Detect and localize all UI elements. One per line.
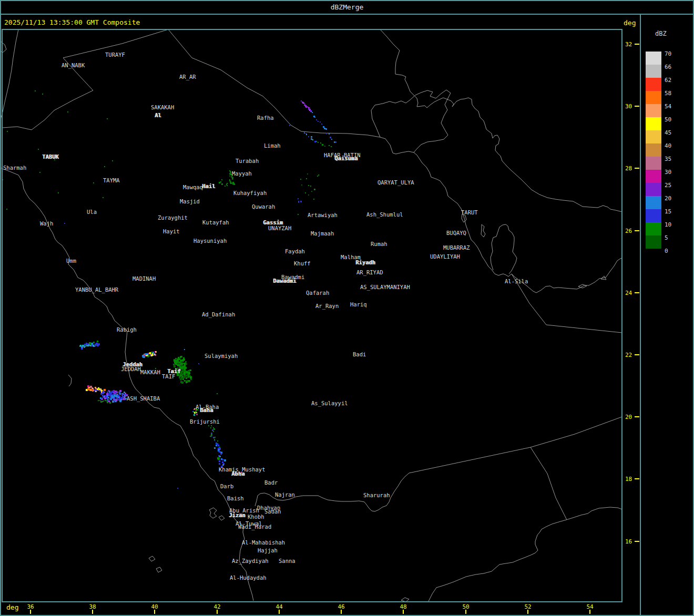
legend-value-label: 50 — [665, 116, 671, 123]
echo-second-trail-green — [320, 142, 321, 143]
city-label-brijurshi: Brijurshi — [190, 419, 220, 424]
lat-axis-unit-label: deg — [624, 19, 636, 27]
lat-tick-label: 20 — [625, 414, 632, 420]
legend-color-block-5 — [646, 235, 661, 249]
city-label-as_sulaymaniyah: AS_SULAYMANIYAH — [360, 284, 410, 290]
echo-taif-blob-north — [175, 362, 177, 364]
echo-second-trail-green — [324, 146, 325, 147]
echo-taif-blob-south — [183, 372, 186, 374]
lat-tick-label: 22 — [625, 352, 632, 358]
echo-asir-trail-north — [211, 425, 212, 426]
echo-dot — [6, 209, 7, 210]
border-uae-islet — [578, 284, 587, 288]
echo-shaiba-blob — [118, 395, 119, 396]
echo-asir-trail-south — [219, 456, 221, 457]
legend-value-label: 5 — [665, 234, 668, 241]
border-uae-saudi-border — [512, 274, 622, 333]
echo-shaiba-blob — [124, 395, 126, 396]
city-label-wajh: Wajh — [40, 221, 53, 226]
echo-jeddah-streak — [97, 341, 98, 342]
echo-dot — [35, 90, 36, 91]
city-label-mubarraz: MUBARRAZ — [443, 245, 470, 250]
echo-shaiba-green-fringe — [106, 400, 107, 401]
legend-value-label: 30 — [665, 169, 671, 176]
echo-taif-blob-north — [178, 363, 179, 364]
echo-makkah-streak — [155, 354, 156, 356]
city-label-sharmah: Sharmah — [3, 165, 26, 170]
echo-taif-blob-north — [183, 357, 185, 359]
echo-dot — [93, 182, 94, 183]
echo-shaiba-bright-streak — [104, 389, 106, 391]
legend-color-block-20 — [646, 196, 661, 209]
echo-taif-blob-south — [190, 376, 192, 378]
map-viewport[interactable] — [2, 29, 622, 602]
echo-hafar-green-scatter — [308, 185, 309, 186]
legend-color-block-45 — [646, 130, 661, 143]
city-label-turabah: Turabah — [236, 158, 259, 163]
echo-dot — [221, 179, 222, 180]
echo-hafar-green-scatter — [308, 194, 309, 196]
legend-color-block-70 — [646, 52, 661, 65]
lat-tick-mark — [635, 541, 639, 542]
echo-shaiba-blob — [120, 399, 122, 401]
city-label-umm: Umm — [66, 258, 76, 263]
echo-dot — [184, 349, 185, 350]
legend-color-block-35 — [646, 157, 661, 170]
city-label-hariq: Hariq — [350, 302, 367, 307]
window-border — [0, 0, 694, 616]
echo-shaiba-blob — [113, 396, 115, 398]
city-label-kutayfah: Kutayfah — [202, 220, 229, 225]
border-jordan-border — [3, 29, 168, 130]
city-label-ash_shumlul: Ash_Shumlul — [366, 212, 403, 217]
lat-tick-label: 16 — [625, 538, 632, 545]
echo-asir-trail-south — [218, 458, 220, 460]
echo-hafar-blue-dots — [298, 198, 299, 199]
echo-north-trail-blue-lower — [330, 137, 331, 138]
border-farasan-1 — [209, 508, 217, 518]
echo-shaiba-blob — [114, 391, 115, 393]
city-label-rafha: Rafha — [257, 115, 274, 120]
city-label-yanbu_al_bahr: YANBU_AL_BAHR — [75, 287, 118, 292]
border-sinai-tip — [0, 41, 6, 53]
border-yemen-south-coast — [428, 507, 622, 601]
echo-dot — [177, 488, 178, 489]
echo-taif-blob-south — [188, 380, 190, 382]
city-label-faydah: Faydah — [285, 249, 305, 254]
echo-north-trail-blue-lower — [331, 139, 332, 140]
city-label-sadah: Sadah — [264, 509, 281, 514]
city-label-sanna: Sanna — [279, 558, 295, 563]
lon-tick-mark — [589, 610, 590, 614]
city-label-al-sila: Al-Sila — [505, 279, 528, 284]
echo-second-trail-green — [331, 146, 332, 147]
app-title: dBZMerge — [0, 3, 694, 11]
echo-taif-blob-south — [182, 374, 184, 375]
city-label-masjid: Masjid — [180, 199, 200, 204]
city-label-rumah: Rumah — [371, 241, 387, 247]
city-label-al-hudaydah: Al-Hudaydah — [230, 575, 267, 580]
legend-separator — [640, 14, 641, 616]
echo-north-trail-blue-lower — [325, 128, 327, 130]
border-iraq-border — [168, 29, 380, 137]
echo-north-trail-blue-upper — [314, 117, 315, 118]
echo-hafar-green-scatter — [307, 173, 308, 174]
lat-tick-label: 32 — [625, 41, 632, 48]
echo-hafar-green-scatter — [314, 189, 315, 190]
lon-tick-mark — [279, 610, 280, 614]
echo-shaiba-blob — [115, 399, 117, 401]
echo-dot — [58, 192, 59, 193]
echo-north-trail-blue-upper — [312, 112, 313, 113]
echo-second-trail-blue — [308, 136, 309, 137]
border-gulf-coast — [380, 137, 622, 293]
echo-mayyah-scatter — [220, 181, 221, 182]
echo-dot — [7, 131, 8, 132]
city-label-ar_riyad: AR_RIYAD — [356, 270, 383, 275]
legend-value-label: 10 — [665, 221, 671, 228]
echo-makkah-streak — [148, 355, 150, 356]
echo-dot — [298, 214, 299, 215]
city-label-artawiyah: Artawiyah — [308, 212, 338, 218]
echo-asir-trail-north — [213, 431, 214, 432]
echo-north-trail-blue-upper — [316, 119, 317, 120]
echo-taif-blob-south — [188, 370, 190, 372]
city-label-quwarah: Quwarah — [252, 204, 275, 209]
border-dahlak-2 — [156, 567, 162, 572]
